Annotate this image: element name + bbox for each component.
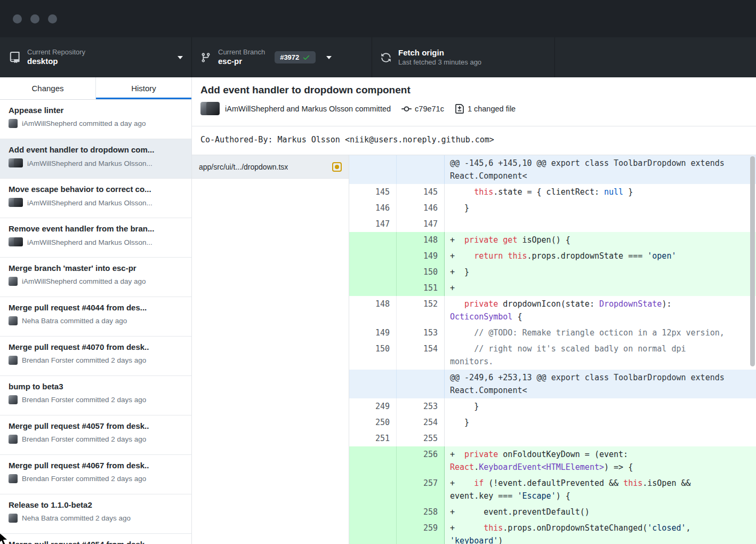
old-line-number: 251 xyxy=(349,430,397,446)
old-line-number xyxy=(349,264,397,280)
sync-icon xyxy=(381,52,391,63)
commit-item-byline: iAmWillShepherd committed a day ago xyxy=(22,119,146,127)
diff-line-code: + this.props.onDropdownStateChanged('clo… xyxy=(445,520,756,544)
diff-line-code: } xyxy=(445,398,756,414)
old-line-number: 249 xyxy=(349,398,397,414)
commit-item[interactable]: Merge pull request #4070 from desk..Bren… xyxy=(0,337,191,376)
branch-chooser[interactable]: Current Branch esc-pr #3972 xyxy=(192,37,372,77)
avatar xyxy=(9,277,18,286)
commit-item[interactable]: Appease linteriAmWillShepherd committed … xyxy=(0,100,191,139)
avatar xyxy=(9,158,23,168)
avatar xyxy=(9,474,18,483)
commit-item-title: bump to beta3 xyxy=(9,382,183,391)
new-line-number: 257 xyxy=(397,475,445,504)
repo-icon xyxy=(9,52,20,63)
commit-item[interactable]: Remove event handler from the bran...iAm… xyxy=(0,218,191,258)
new-line-number: 258 xyxy=(397,504,445,520)
mouse-cursor xyxy=(0,533,11,544)
diff-line: 145145 this.state = { clientRect: null } xyxy=(349,184,756,200)
pr-status-badge[interactable]: #3972 xyxy=(275,51,316,63)
diff-line-code: + } xyxy=(445,264,756,280)
diff-line-code: private dropdownIcon(state: DropdownStat… xyxy=(445,296,756,325)
new-line-number: 150 xyxy=(397,264,445,280)
old-line-number: 250 xyxy=(349,414,397,430)
minimize-button-icon[interactable] xyxy=(30,14,39,23)
file-diff-icon xyxy=(455,104,464,114)
tab-changes-label: Changes xyxy=(31,84,63,93)
tab-history[interactable]: History xyxy=(96,77,191,99)
diff-scrollbar-thumb[interactable] xyxy=(750,156,755,366)
chevron-down-icon xyxy=(326,56,332,59)
fetch-origin-button[interactable]: Fetch origin Last fetched 3 minutes ago xyxy=(372,37,555,77)
new-line-number: 254 xyxy=(397,414,445,430)
diff-line: @@ -249,6 +253,13 @@ export class Toolba… xyxy=(349,370,756,398)
commit-item-title: Merge pull request #4070 from desk.. xyxy=(9,342,183,351)
repository-chooser[interactable]: Current Repository desktop xyxy=(0,37,192,77)
old-line-number xyxy=(349,155,397,184)
zoom-button-icon[interactable] xyxy=(48,14,57,23)
avatar xyxy=(9,316,18,325)
diff-line: 147147 xyxy=(349,216,756,232)
commit-detail: Add event handler to dropdown component … xyxy=(192,77,756,544)
commit-item[interactable]: Release to 1.1.0-beta2Neha Batra committ… xyxy=(0,494,191,534)
old-line-number xyxy=(349,475,397,504)
commit-item-title: Merge branch 'master' into esc-pr xyxy=(9,263,183,273)
new-line-number: 152 xyxy=(397,296,445,325)
commit-item[interactable]: Merge pull request #4044 from des...Neha… xyxy=(0,297,191,337)
old-line-number: 146 xyxy=(349,200,397,216)
diff-line-code: } xyxy=(445,200,756,216)
diff-line: 250254 } xyxy=(349,414,756,430)
new-line-number: 149 xyxy=(397,248,445,264)
diff-line: 256+ private onFoldoutKeyDown = (event: … xyxy=(349,446,756,475)
commit-item[interactable]: Merge pull request #4067 from desk..Bren… xyxy=(0,455,191,494)
diff-line: 146146 } xyxy=(349,200,756,216)
commit-item-byline: Neha Batra committed 2 days ago xyxy=(22,514,131,522)
diff-line-code: + return this.props.dropdownState === 'o… xyxy=(445,248,756,264)
diff-line-code: + xyxy=(445,280,756,296)
repository-name: desktop xyxy=(27,57,85,67)
git-commit-icon xyxy=(401,104,412,114)
diff-line-code xyxy=(445,430,756,446)
fetch-title: Fetch origin xyxy=(398,48,481,58)
new-line-number: 151 xyxy=(397,280,445,296)
branch-name: esc-pr xyxy=(218,57,265,67)
old-line-number: 148 xyxy=(349,296,397,325)
diff-line-code: + if (!event.defaultPrevented && this.is… xyxy=(445,475,756,504)
old-line-number: 145 xyxy=(349,184,397,200)
commit-item[interactable]: Add event handler to dropdown com...iAmW… xyxy=(0,139,191,179)
tab-history-label: History xyxy=(131,84,156,93)
history-sidebar: Changes History Appease linteriAmWillShe… xyxy=(0,77,192,544)
diff-line: 258+ event.preventDefault() xyxy=(349,504,756,520)
commit-item[interactable]: Merge pull request #4057 from desk..Bren… xyxy=(0,415,191,455)
avatar xyxy=(9,356,18,365)
diff-line-code: + private get isOpen() { xyxy=(445,232,756,248)
commit-item[interactable]: Merge branch 'master' into esc-priAmWill… xyxy=(0,258,191,297)
changed-files-panel: app/src/ui/t.../dropdown.tsx xyxy=(192,155,349,544)
diff-line-code: } xyxy=(445,414,756,430)
chevron-down-icon xyxy=(178,56,183,59)
commit-item-byline: iAmWillShepherd committed a day ago xyxy=(22,277,146,285)
commit-item[interactable]: bump to beta3Brendan Forster committed 2… xyxy=(0,376,191,415)
diff-view: @@ -145,6 +145,10 @@ export class Toolba… xyxy=(349,155,756,544)
commit-byline: iAmWillShepherd and Markus Olsson commit… xyxy=(225,105,391,113)
commit-summary: Add event handler to dropdown component xyxy=(200,84,747,96)
repository-label: Current Repository xyxy=(27,48,85,57)
diff-line: 148152 private dropdownIcon(state: Dropd… xyxy=(349,296,756,325)
old-line-number: 149 xyxy=(349,325,397,341)
commit-item-title: Release to 1.1.0-beta2 xyxy=(9,500,183,509)
old-line-number: 147 xyxy=(349,216,397,232)
file-list-item[interactable]: app/src/ui/t.../dropdown.tsx xyxy=(192,155,349,179)
diff-line: 151+ xyxy=(349,280,756,296)
old-line-number xyxy=(349,504,397,520)
modified-status-badge xyxy=(332,162,342,172)
avatar xyxy=(9,119,18,128)
commit-item-byline: iAmWillShepherd and Markus Olsson... xyxy=(27,199,152,207)
commit-item[interactable]: Move escape behavior to correct co...iAm… xyxy=(0,179,191,218)
commit-item[interactable]: Merge pull request #4054 from desk.. xyxy=(0,534,191,544)
commit-item-byline: Neha Batra committed a day ago xyxy=(22,317,127,325)
diff-line: 257+ if (!event.defaultPrevented && this… xyxy=(349,475,756,504)
old-line-number xyxy=(349,248,397,264)
tab-changes[interactable]: Changes xyxy=(0,77,96,99)
diff-line-code: + event.preventDefault() xyxy=(445,504,756,520)
close-button-icon[interactable] xyxy=(13,14,22,23)
